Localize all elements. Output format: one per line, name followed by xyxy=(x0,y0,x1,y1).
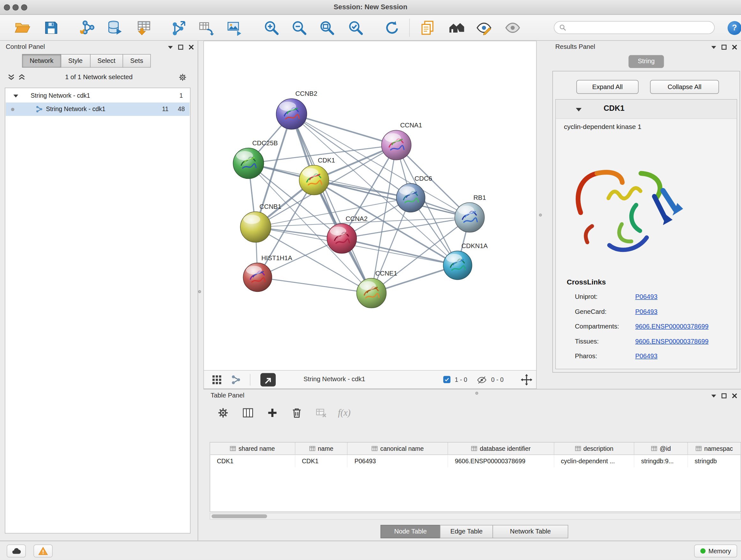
column-header-canonical-name[interactable]: canonical name xyxy=(348,442,448,455)
string-results-tab[interactable]: String xyxy=(629,55,664,68)
panel-collapse-icon[interactable] xyxy=(711,46,716,49)
apply-layout-icon[interactable] xyxy=(384,20,400,36)
network-edge[interactable] xyxy=(292,114,372,293)
column-header-name[interactable]: name xyxy=(295,442,348,455)
expand-all-button[interactable]: Expand All xyxy=(576,80,638,94)
network-edge[interactable] xyxy=(256,198,411,227)
delete-column-icon[interactable] xyxy=(291,407,303,419)
network-collection-row[interactable]: String Network - cdk1 1 xyxy=(6,90,190,103)
import-network-from-file-icon[interactable] xyxy=(79,20,95,36)
collapse-all-button[interactable]: Collapse All xyxy=(650,80,719,94)
warnings-button[interactable] xyxy=(33,545,53,558)
cell-shared-name[interactable]: CDK1 xyxy=(210,455,295,468)
network-edge[interactable] xyxy=(292,114,397,145)
tab-node-table[interactable]: Node Table xyxy=(381,525,441,538)
tab-network-table[interactable]: Network Table xyxy=(493,525,568,538)
network-node-CCNE1[interactable] xyxy=(357,278,387,308)
memory-button[interactable]: Memory xyxy=(694,545,737,558)
search-input[interactable] xyxy=(569,24,710,31)
network-node-CCNA1[interactable] xyxy=(382,130,411,160)
crosslink-link[interactable]: 9606.ENSP00000378699 xyxy=(635,323,709,330)
export-image-icon[interactable] xyxy=(226,20,242,36)
zoom-fit-icon[interactable] xyxy=(319,20,335,36)
panel-close-icon[interactable] xyxy=(189,45,194,50)
table-settings-gear-icon[interactable] xyxy=(217,407,229,419)
column-header-namespace[interactable]: namespac xyxy=(688,442,741,455)
network-node-RB1[interactable] xyxy=(455,203,484,233)
help-button[interactable]: ? xyxy=(728,21,741,35)
network-node-CDC6[interactable] xyxy=(396,184,425,212)
add-column-icon[interactable] xyxy=(266,407,279,419)
network-node-CDKN1A[interactable] xyxy=(443,251,472,280)
network-node-CCNA2[interactable] xyxy=(327,224,357,253)
network-node-CCNB1[interactable] xyxy=(240,212,271,242)
cell-namespace[interactable]: stringdb xyxy=(688,455,741,468)
protein-card-header[interactable]: CDK1 xyxy=(556,100,737,119)
network-node-CDK1[interactable] xyxy=(299,165,329,195)
column-header-description[interactable]: description xyxy=(554,442,635,455)
crosslink-link[interactable]: P06493 xyxy=(635,293,658,300)
network-edge[interactable] xyxy=(258,277,372,294)
cell-database-identifier[interactable]: 9606.ENSP00000378699 xyxy=(448,455,554,468)
cell-id[interactable]: stringdb:9... xyxy=(634,455,688,468)
splitter-handle[interactable] xyxy=(475,392,478,395)
cell-description[interactable]: cyclin-dependent ... xyxy=(554,455,635,468)
cell-name[interactable]: CDK1 xyxy=(295,455,348,468)
network-canvas[interactable]: CCNB2CCNA1CDC25BCDK1CDC6RB1CCNB1CCNA2CDK… xyxy=(204,41,536,371)
import-table-icon[interactable] xyxy=(136,20,152,36)
column-header-database-identifier[interactable]: database identifier xyxy=(448,442,554,455)
panel-collapse-icon[interactable] xyxy=(168,46,173,49)
open-in-new-window-button[interactable] xyxy=(260,373,276,387)
new-network-from-table-icon[interactable] xyxy=(198,20,214,36)
fit-content-icon[interactable] xyxy=(521,374,532,386)
network-list-icon[interactable] xyxy=(231,374,241,385)
cell-canonical-name[interactable]: P06493 xyxy=(348,455,448,468)
grid-view-icon[interactable] xyxy=(212,374,222,385)
import-network-from-database-icon[interactable] xyxy=(107,20,123,36)
splitter-handle[interactable] xyxy=(198,290,201,293)
new-network-icon[interactable] xyxy=(171,20,187,36)
column-header-id[interactable]: @id xyxy=(634,442,688,455)
tab-style[interactable]: Style xyxy=(61,54,90,68)
open-session-icon[interactable] xyxy=(14,20,30,36)
zoom-out-icon[interactable] xyxy=(291,20,307,36)
horizontal-scrollbar[interactable] xyxy=(210,513,741,520)
zoom-in-icon[interactable] xyxy=(263,20,280,36)
tab-edge-table[interactable]: Edge Table xyxy=(440,525,493,538)
section-collapse-icon[interactable] xyxy=(576,108,582,112)
cloud-status-button[interactable] xyxy=(7,545,26,558)
duplicate-icon[interactable] xyxy=(419,20,435,36)
network-edge[interactable] xyxy=(342,239,458,265)
tab-select[interactable]: Select xyxy=(90,54,123,68)
panel-float-icon[interactable] xyxy=(722,393,727,399)
search-box[interactable] xyxy=(554,21,715,34)
tree-expand-icon[interactable] xyxy=(13,95,18,98)
hide-panel-icon[interactable] xyxy=(476,20,492,36)
network-view[interactable]: CCNB2CCNA1CDC25BCDK1CDC6RB1CCNB1CCNA2CDK… xyxy=(204,41,537,389)
network-node-CDC25B[interactable] xyxy=(233,148,264,179)
scrollbar-thumb[interactable] xyxy=(212,514,267,518)
panel-close-icon[interactable] xyxy=(732,45,738,50)
crosslink-link[interactable]: 9606.ENSP00000378699 xyxy=(635,338,709,345)
selected-checkbox[interactable] xyxy=(443,376,451,383)
panel-close-icon[interactable] xyxy=(732,393,738,399)
table-row[interactable]: CDK1 CDK1 P06493 9606.ENSP00000378699 cy… xyxy=(210,455,741,468)
crosslink-link[interactable]: P06493 xyxy=(635,308,658,315)
panel-float-icon[interactable] xyxy=(178,45,184,50)
show-panel-icon[interactable] xyxy=(504,20,521,36)
splitter-handle[interactable] xyxy=(539,213,542,216)
save-session-icon[interactable] xyxy=(43,20,59,36)
gear-icon[interactable] xyxy=(178,73,187,82)
panel-float-icon[interactable] xyxy=(722,45,727,50)
network-node-CCNB2[interactable] xyxy=(276,99,307,129)
network-row-selected[interactable]: String Network - cdk1 11 48 xyxy=(6,103,190,116)
tab-network[interactable]: Network xyxy=(22,54,61,68)
tab-sets[interactable]: Sets xyxy=(123,54,151,68)
network-edge[interactable] xyxy=(372,198,411,294)
crosslink-link[interactable]: P06493 xyxy=(635,353,658,360)
zoom-selected-icon[interactable] xyxy=(347,20,364,36)
network-node-HIST1H1A[interactable] xyxy=(243,263,272,292)
column-header-shared-name[interactable]: shared name xyxy=(210,442,295,455)
panel-collapse-icon[interactable] xyxy=(711,394,716,397)
birds-eye-icon[interactable] xyxy=(448,20,464,36)
